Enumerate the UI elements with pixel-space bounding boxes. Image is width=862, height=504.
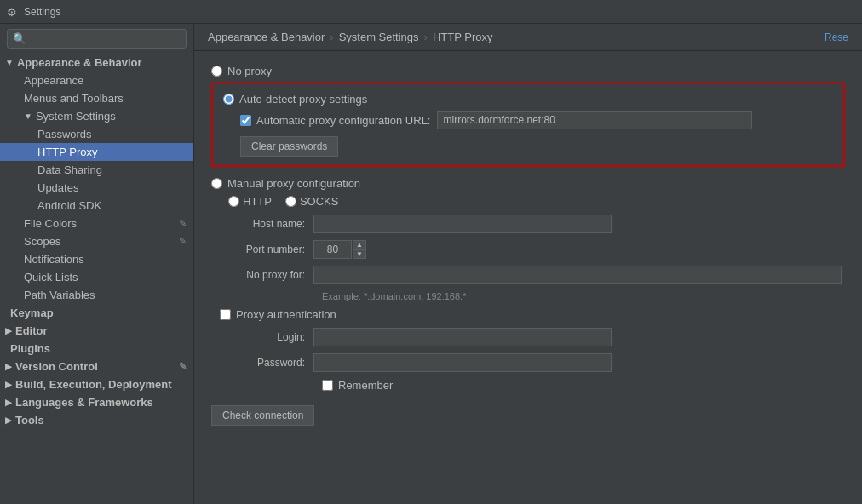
sidebar-item-tools[interactable]: ▶ Tools	[0, 411, 193, 429]
sidebar-label: Path Variables	[24, 289, 95, 301]
sidebar-label: Scopes	[24, 235, 60, 248]
sidebar-item-plugins[interactable]: Plugins	[0, 340, 193, 358]
http-radio-input[interactable]	[228, 196, 239, 207]
breadcrumb-item-2: HTTP Proxy	[433, 31, 493, 43]
breadcrumb-arrow: ›	[330, 31, 333, 43]
auto-config-url-input[interactable]	[437, 111, 752, 129]
socks-radio-input[interactable]	[285, 196, 296, 207]
expand-icon: ▶	[5, 362, 12, 371]
sidebar: 🔍 ▼ Appearance & Behavior Appearance Men…	[0, 24, 194, 504]
sidebar-item-appearance-behavior[interactable]: ▼ Appearance & Behavior	[0, 54, 193, 72]
remember-checkbox[interactable]	[322, 380, 333, 391]
login-input[interactable]	[313, 328, 612, 346]
sidebar-label: Appearance	[24, 74, 83, 87]
proxy-auth-row: Proxy authentication	[220, 308, 845, 321]
auto-detect-section: Auto-detect proxy settings Automatic pro…	[211, 83, 845, 167]
remember-row: Remember	[322, 379, 845, 392]
sidebar-label: File Colors	[24, 217, 77, 230]
expand-icon: ▶	[5, 415, 12, 425]
title-bar-text: Settings	[24, 6, 60, 18]
content-area: Appearance & Behavior › System Settings …	[194, 24, 862, 504]
no-proxy-label: No proxy	[227, 65, 272, 77]
expand-icon: ▶	[5, 326, 12, 335]
sidebar-label: Appearance & Behavior	[17, 56, 142, 69]
auto-config-checkbox-label: Automatic proxy configuration URL:	[240, 114, 430, 127]
sidebar-item-updates[interactable]: Updates	[0, 179, 193, 197]
socks-label: SOCKS	[300, 195, 339, 208]
sidebar-item-file-colors[interactable]: File Colors ✎	[0, 215, 193, 232]
port-number-input[interactable]: 80	[313, 240, 352, 259]
sidebar-item-android-sdk[interactable]: Android SDK	[0, 197, 193, 215]
settings-icon: ⚙	[7, 6, 19, 18]
edit-icon: ✎	[179, 218, 187, 229]
content-body: No proxy Auto-detect proxy settings Auto…	[194, 51, 862, 504]
sidebar-label: Plugins	[10, 342, 50, 355]
sidebar-item-menus-toolbars[interactable]: Menus and Toolbars	[0, 89, 193, 107]
sidebar-label: Editor	[15, 324, 48, 337]
sidebar-item-http-proxy[interactable]: HTTP Proxy	[0, 143, 193, 161]
sidebar-item-languages[interactable]: ▶ Languages & Frameworks	[0, 393, 193, 411]
sidebar-label: Menus and Toolbars	[24, 92, 124, 105]
http-radio-item[interactable]: HTTP	[228, 195, 272, 208]
spinner-down-button[interactable]: ▼	[353, 249, 366, 259]
sidebar-item-keymap[interactable]: Keymap	[0, 304, 193, 322]
no-proxy-for-input[interactable]	[313, 266, 842, 284]
expand-icon: ▼	[5, 58, 14, 67]
manual-proxy-section: Manual proxy configuration HTTP SOCKS Ho…	[211, 177, 845, 392]
auto-detect-radio-input[interactable]	[223, 94, 234, 105]
password-input[interactable]	[313, 353, 612, 372]
http-label: HTTP	[243, 195, 272, 208]
breadcrumb-item-1: System Settings	[339, 31, 419, 43]
password-row: Password:	[211, 353, 845, 372]
sidebar-item-data-sharing[interactable]: Data Sharing	[0, 161, 193, 179]
sidebar-label: Keymap	[10, 306, 54, 319]
sidebar-label: Passwords	[37, 128, 92, 140]
search-icon: 🔍	[13, 32, 26, 45]
manual-proxy-radio-input[interactable]	[211, 178, 222, 189]
example-text: Example: *.domain.com, 192.168.*	[322, 291, 845, 301]
port-spinner: 80 ▲ ▼	[313, 240, 366, 259]
host-name-row: Host name:	[211, 215, 845, 233]
sidebar-item-appearance[interactable]: Appearance	[0, 72, 193, 89]
content-header: Appearance & Behavior › System Settings …	[194, 24, 862, 51]
spinner-up-button[interactable]: ▲	[353, 240, 366, 249]
sidebar-label: Quick Lists	[24, 271, 78, 284]
search-box[interactable]: 🔍	[7, 29, 187, 49]
sidebar-item-passwords[interactable]: Passwords	[0, 125, 193, 143]
search-input[interactable]	[26, 33, 181, 45]
title-bar: ⚙ Settings	[0, 0, 862, 24]
proxy-auth-checkbox[interactable]	[220, 309, 231, 320]
password-label: Password:	[211, 357, 313, 369]
port-number-label: Port number:	[211, 243, 313, 255]
sidebar-label: Version Control	[15, 360, 98, 373]
manual-proxy-radio[interactable]: Manual proxy configuration	[211, 177, 845, 190]
expand-icon: ▶	[5, 380, 12, 389]
sidebar-item-path-variables[interactable]: Path Variables	[0, 286, 193, 304]
login-label: Login:	[211, 331, 313, 343]
sidebar-item-version-control[interactable]: ▶ Version Control ✎	[0, 358, 193, 375]
host-name-input[interactable]	[313, 215, 612, 233]
check-connection-button[interactable]: Check connection	[211, 405, 314, 426]
reset-link[interactable]: Rese	[825, 32, 848, 43]
remember-label: Remember	[338, 379, 393, 392]
sidebar-item-build-exec[interactable]: ▶ Build, Execution, Deployment	[0, 375, 193, 393]
auto-config-url-row: Automatic proxy configuration URL:	[240, 111, 833, 129]
port-number-row: Port number: 80 ▲ ▼	[211, 240, 845, 259]
clear-passwords-button[interactable]: Clear passwords	[240, 136, 338, 157]
auto-config-checkbox[interactable]	[240, 115, 251, 126]
sidebar-item-notifications[interactable]: Notifications	[0, 250, 193, 268]
socks-radio-item[interactable]: SOCKS	[285, 195, 339, 208]
no-proxy-radio-input[interactable]	[211, 66, 222, 77]
no-proxy-radio[interactable]: No proxy	[211, 65, 845, 77]
sidebar-item-quick-lists[interactable]: Quick Lists	[0, 268, 193, 286]
breadcrumb-item-0: Appearance & Behavior	[208, 31, 325, 43]
no-proxy-for-row: No proxy for:	[211, 266, 845, 284]
spinner-buttons: ▲ ▼	[353, 240, 366, 259]
auto-detect-radio[interactable]: Auto-detect proxy settings	[223, 93, 833, 106]
sidebar-item-system-settings[interactable]: ▼ System Settings	[0, 107, 193, 125]
sidebar-item-editor[interactable]: ▶ Editor	[0, 322, 193, 340]
sidebar-item-scopes[interactable]: Scopes ✎	[0, 232, 193, 250]
sidebar-label: System Settings	[36, 110, 116, 123]
sidebar-section: ▼ Appearance & Behavior Appearance Menus…	[0, 54, 193, 429]
sidebar-label: Updates	[37, 181, 78, 194]
